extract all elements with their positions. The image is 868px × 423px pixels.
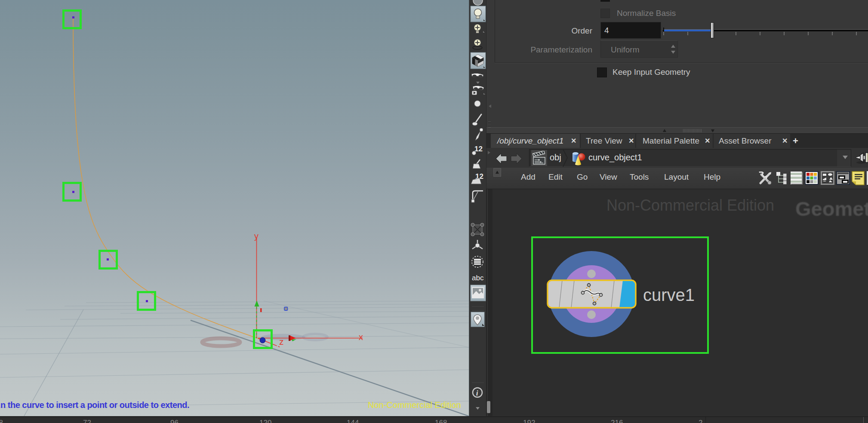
svg-text:y: y — [254, 231, 259, 241]
svg-text:curve1: curve1 — [643, 285, 695, 304]
svg-text:z: z — [279, 337, 284, 346]
svg-text:abc: abc — [472, 274, 484, 282]
svg-text:i: i — [476, 389, 478, 397]
svg-text:x: x — [359, 332, 363, 342]
